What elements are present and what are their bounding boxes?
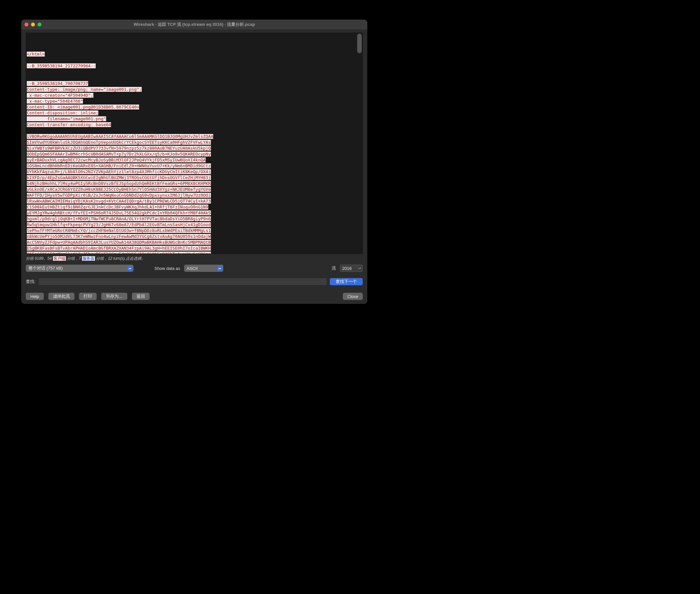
- find-next-button[interactable]: 查找下一个: [330, 278, 363, 285]
- stream-line[interactable]: iVBORw0KGgoAAAANSUhEUgAABIwAAAISCAYAAAAC…: [27, 134, 362, 139]
- client-text-segment: kIXFD/p/4EpZsGaAAQBK5XGCwiE2gNhUlBUZMWj3…: [27, 175, 211, 180]
- stream-line[interactable]: Content-type: image/png; name="image001.…: [27, 87, 362, 93]
- stream-line[interactable]: OCEeiC8SjEQgMUgSkoKkIyJEhsxBFiElSCmyEdmO…: [27, 251, 362, 254]
- client-text-segment: syE+BADuxhVLcgAg9EC72cwcMcyBJoSyBBiM3lOF…: [27, 158, 206, 162]
- stream-line[interactable]: Rw5qtmquw1Hklfq+FkpeqcPVYg23/JgH67v68eA7…: [27, 222, 362, 228]
- client-text-segment: lePhufFYMTeGRotR8MmEcYQ/jccZHFNeNalDtUO3…: [27, 228, 211, 233]
- stream-number-input[interactable]: 2016 ▴▾: [340, 265, 363, 272]
- info-mid1: 分组，7: [66, 256, 82, 261]
- filter-out-stream-button[interactable]: 滤掉此流: [48, 293, 74, 300]
- client-text-segment: filename="image001.png": [27, 116, 106, 121]
- stream-line[interactable]: 1OS8mLncdBhHbRnEDiKeUARxE8S+XAGHB/FniEdl…: [27, 163, 362, 169]
- client-text-segment: yEYMJgYRw4ghRBtcH/fFvfEI+PSH6oR74J5DvL75…: [27, 210, 211, 215]
- stream-label: 流: [332, 265, 336, 271]
- client-text-segment: OCEeiC8SjEQgMUgSkoKkIyJEhsxBFiElSCmyEdmO…: [27, 252, 211, 254]
- conversation-select-value: 整个对话 (757 kB): [28, 265, 63, 271]
- client-text-segment: WAFfFD/IHysV5wTGDPpXir0iB/2xJn5WqNxuCnGb…: [27, 193, 211, 198]
- stream-line[interactable]: </html>: [27, 51, 362, 57]
- stream-line[interactable]: C1S08kEutH8Ztiqf9iBN0ZqrGJEJnkCcDcJBFvyW…: [27, 204, 362, 210]
- stream-line[interactable]: NixYWBTs9WFBRVkXCzZU3iQBdPV7733vfN+5979n…: [27, 145, 362, 151]
- scrollbar-thumb[interactable]: [357, 34, 362, 53]
- conversation-select[interactable]: 整个对话 (757 kB) ▴▾: [26, 265, 134, 272]
- controls-row: 整个对话 (757 kB) ▴▾ Show data as ASCII ▴▾ 流…: [26, 265, 363, 272]
- client-text-segment: </html>: [27, 52, 45, 57]
- stream-line[interactable]: lRxwWxABWCAIMIEMaiqYDjKAsK2nvgd+KVtCAAdI…: [27, 198, 362, 204]
- spinner-arrows-icon[interactable]: ▴▾: [358, 265, 362, 271]
- window-title: Wireshark · 追踪 TCP 流 (tcp.stream eq 2016…: [21, 22, 367, 28]
- find-label: 查找:: [26, 279, 36, 285]
- client-text-segment: lRxwWxABWCAIMIEMaiqYDjKAsK2nvgd+KVtCAAdI…: [27, 199, 211, 203]
- client-text-segment: Content-transfer-encoding: base64: [27, 122, 111, 127]
- traffic-lights: [25, 23, 41, 27]
- stream-line[interactable]: filename="image001.png": [27, 116, 362, 122]
- print-button[interactable]: 打印: [79, 293, 97, 300]
- client-text-segment: QObEpGQm6SFAAArIwBM4crhScUB0dASAMvT+p7y7…: [27, 152, 211, 157]
- client-text-segment: --B_3598538194_2172270964--: [27, 63, 96, 68]
- client-text-segment: AcC5NVyZJFdpw+UPAqAAdbhS9IAR3LusYUZOwA14…: [27, 240, 211, 245]
- stream-line[interactable]: n8kWcUePYjo5OMJdVL73K7eWNwzFno4wLnyzFewA…: [27, 234, 362, 239]
- stream-line[interactable]: [27, 57, 362, 63]
- stream-line[interactable]: [27, 75, 362, 81]
- zoom-window-icon[interactable]: [38, 23, 41, 27]
- client-text-segment: yGLknOE/x0CaJCRG6YOZZ0uH8sK8BEJ25CCOyBHE…: [27, 187, 211, 192]
- save-as-button[interactable]: 另存为…: [101, 293, 127, 300]
- stream-line[interactable]: x-mac-type="504E4766": [27, 98, 362, 104]
- stream-line[interactable]: AcC5NVyZJFdpw+UPAqAAdbhS9IAR3LusYUZOwA14…: [27, 239, 362, 245]
- encoding-select-value: ASCII: [187, 266, 198, 271]
- info-prefix: 分组 9189。54: [26, 256, 53, 261]
- client-text-segment: Rw5qtmquw1Hklfq+FkpeqcPVYg23/JgH67v68eA7…: [27, 222, 211, 227]
- client-text-segment: NixYWBTs9WFBRVkXCzZU3iQBdPV7733vfN+5979n…: [27, 146, 211, 151]
- stream-line[interactable]: --B_3598538194_2172270964--: [27, 63, 362, 69]
- client-text-segment: x-mac-creator="4F50494D";: [27, 93, 93, 98]
- stream-line[interactable]: ESgBK8FasBFsBTvAbrAPHAD1oAmcBGfBRXAZXAN3…: [27, 245, 362, 251]
- stream-line[interactable]: kIXFD/p/4EpZsGaAAQBK5XGCwiE2gNhUlBUZMWj3…: [27, 175, 362, 181]
- find-input[interactable]: [38, 278, 327, 286]
- stream-line[interactable]: syE+BADuxhVLcgAg9EC72cwcMcyBJoSyBBiM3lOF…: [27, 157, 362, 163]
- stream-line[interactable]: hgxml/p9drgljOqKB+I+MD6MjTNwfWCPu8CRAnA/…: [27, 216, 362, 222]
- client-tag: 客户端: [53, 256, 66, 261]
- client-text-segment: iVBORw0KGgoAAAANSUhEUgAABIwAAAISCAYAAAAC…: [27, 134, 213, 139]
- client-text-segment: x-mac-type="504E4766": [27, 99, 83, 104]
- stream-line[interactable]: [27, 128, 362, 134]
- stream-line[interactable]: yGLknOE/x0CaJCRG6YOZZ0uH8sK8BEJ25CCOyBHE…: [27, 187, 362, 193]
- client-text-segment: Content-ID: <image001.png@01D38B05.8079C…: [27, 104, 139, 109]
- client-text-segment: SImVVwdYU8kWnluSkJDQAhGQEnoTpVepoUUQkCrY…: [27, 140, 211, 145]
- stream-number-value: 2016: [342, 266, 352, 271]
- info-mid2: 分组，12 turn(s).点击选择。: [95, 256, 145, 261]
- stream-line[interactable]: [27, 69, 362, 75]
- back-button[interactable]: 返回: [132, 293, 149, 300]
- titlebar[interactable]: Wireshark · 追踪 TCP 流 (tcp.stream eq 2016…: [21, 20, 367, 29]
- minimize-window-icon[interactable]: [31, 23, 35, 27]
- show-data-as-label: Show data as: [154, 266, 180, 271]
- content-area: </html> --B_3598538194_2172270964-- --B_…: [21, 29, 367, 304]
- client-text-segment: C1S08kEutH8Ztiqf9iBN0ZqrGJEJnkCcDcJBFvyW…: [27, 204, 208, 209]
- stream-text-view[interactable]: </html> --B_3598538194_2172270964-- --B_…: [26, 33, 363, 254]
- client-text-segment: hgxml/p9drgljOqKB+I+MD6MjTNwfWCPu8CRAnA/…: [27, 216, 211, 221]
- stream-line[interactable]: Content-disposition: inline;: [27, 110, 362, 116]
- stream-line[interactable]: WAFfFD/IHysV5wTGDPpXir0iB/2xJn5WqNxuCnGb…: [27, 193, 362, 198]
- close-window-icon[interactable]: [25, 23, 28, 27]
- stream-line[interactable]: UYhKkFAqzuLM+j/L8b8lO0s2NIYZVKpAEhYjz1le…: [27, 169, 362, 175]
- client-text-segment: Content-type: image/png; name="image001.…: [27, 87, 142, 92]
- stream-line[interactable]: lePhufFYMTeGRotR8MmEcYQ/jccZHFNeNalDtUO3…: [27, 228, 362, 234]
- close-button[interactable]: Close: [343, 293, 363, 300]
- stream-line[interactable]: --B_3598538194_700708737: [27, 81, 362, 87]
- stream-line[interactable]: x-mac-creator="4F50494D";: [27, 93, 362, 98]
- client-text-segment: S4NjhzBHohhL7lMsy4wPGIy5RcBnD8VszBfEJSp5…: [27, 181, 211, 186]
- client-text-segment: UYhKkFAqzuLM+j/L8b8lO0s2NIYZVKpAEhYjz1le…: [27, 169, 211, 174]
- stream-line[interactable]: QObEpGQm6SFAAArIwBM4crhScUB0dASAMvT+p7y7…: [27, 151, 362, 157]
- stream-line[interactable]: yEYMJgYRw4ghRBtcH/fFvfEI+PSH6oR74J5DvL75…: [27, 210, 362, 216]
- button-row: Help 滤掉此流 打印 另存为… 返回 Close: [26, 293, 363, 302]
- client-text-segment: ESgBK8FasBFsBTvAbrAPHAD1oAmcBGfBRXAZXAN3…: [27, 246, 211, 251]
- packet-info-line[interactable]: 分组 9189。54 客户端 分组，7 服务器 分组，12 turn(s).点击…: [26, 256, 363, 261]
- stream-line[interactable]: Content-ID: <image001.png@01D38B05.8079C…: [27, 104, 362, 110]
- client-text-segment: 1OS8mLncdBhHbRnEDiKeUARxE8S+XAGHB/FniEdl…: [27, 163, 211, 168]
- help-button[interactable]: Help: [26, 293, 44, 300]
- stream-line[interactable]: Content-transfer-encoding: base64: [27, 122, 362, 128]
- encoding-select[interactable]: ASCII ▴▾: [184, 265, 223, 272]
- find-row: 查找: 查找下一个: [26, 278, 363, 286]
- stream-line[interactable]: SImVVwdYU8kWnluSkJDQAhGQEnoTpVepoUUQkCrY…: [27, 139, 362, 145]
- stream-line[interactable]: S4NjhzBHohhL7lMsy4wPGIy5RcBnD8VszBfEJSp5…: [27, 181, 362, 187]
- client-text-segment: --B_3598538194_700708737: [27, 81, 88, 86]
- client-text-segment: Content-disposition: inline;: [27, 110, 98, 116]
